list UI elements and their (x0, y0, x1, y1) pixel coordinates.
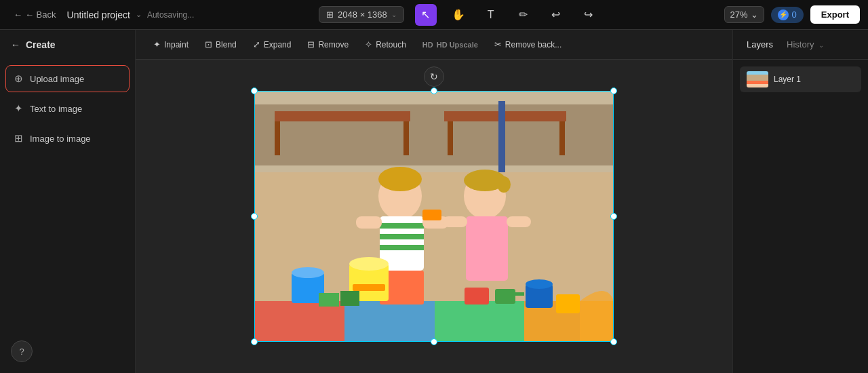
retouch-label: Retouch (376, 40, 406, 50)
sidebar-header: ← Create (0, 30, 135, 60)
history-label: History (787, 39, 814, 50)
remove-background-button[interactable]: ✂ Remove back... (488, 36, 568, 53)
svg-rect-43 (512, 292, 524, 296)
expand-label: Expand (264, 40, 292, 50)
svg-rect-19 (380, 234, 424, 239)
svg-rect-30 (507, 216, 531, 227)
svg-point-32 (292, 267, 324, 278)
handle-bottom-left[interactable] (251, 338, 258, 345)
layer-item[interactable]: Layer 1 (740, 66, 861, 92)
sidebar-item-upload-image[interactable]: ⊕ Upload image (5, 65, 130, 92)
text-tool-button[interactable]: T (480, 4, 502, 26)
expand-icon: ⤢ (253, 39, 260, 50)
zoom-control[interactable]: 27% ⌄ (724, 6, 764, 23)
layer-thumbnail (747, 71, 768, 87)
svg-rect-35 (353, 284, 385, 291)
svg-rect-24 (422, 210, 441, 220)
text-to-image-icon: ✦ (14, 102, 23, 115)
hd-upscale-text: HD Upscale (437, 41, 478, 49)
expand-button[interactable]: ⤢ Expand (246, 36, 298, 53)
credits-badge[interactable]: ⚡ 0 (771, 7, 804, 23)
blend-button[interactable]: ⊡ Blend (198, 36, 243, 53)
hd-upscale-button[interactable]: HD HD Upscale (416, 37, 485, 52)
zoom-chevron-icon: ⌄ (751, 9, 758, 20)
sidebar-back-icon: ← (11, 39, 20, 50)
project-chevron-icon[interactable]: ⌄ (136, 10, 142, 19)
handle-top-right[interactable] (610, 87, 617, 94)
svg-rect-8 (498, 101, 505, 182)
sidebar-footer: ? (0, 330, 135, 373)
inpaint-button[interactable]: ✦ Inpaint (146, 36, 195, 53)
sidebar-title: Create (26, 39, 56, 50)
remove-icon: ⊟ (307, 39, 315, 50)
svg-rect-6 (448, 121, 453, 155)
toolbar-strip: ✦ Inpaint ⊡ Blend ⤢ Expand ⊟ Remove ✧ Re… (136, 30, 732, 60)
svg-rect-18 (380, 223, 424, 229)
topbar: ← ← Back Untitled project ⌄ Autosaving..… (0, 0, 868, 30)
canvas-area: ✦ Inpaint ⊡ Blend ⤢ Expand ⊟ Remove ✧ Re… (136, 30, 732, 373)
svg-rect-11 (344, 301, 435, 342)
tab-layers[interactable]: Layers (741, 35, 778, 54)
pen-tool-button[interactable]: ✏ (513, 4, 534, 26)
topbar-right: 27% ⌄ ⚡ 0 Export (724, 5, 860, 24)
handle-mid-left[interactable] (251, 213, 258, 220)
help-button[interactable]: ? (11, 340, 33, 362)
autosave-status: Autosaving... (147, 10, 194, 20)
back-button[interactable]: ← ← Back (8, 7, 62, 22)
canvas-image (254, 91, 614, 342)
hand-tool-button[interactable]: ✋ (448, 4, 469, 26)
image-to-image-icon: ⊞ (14, 132, 23, 144)
svg-rect-42 (495, 289, 515, 304)
svg-rect-38 (465, 288, 489, 305)
remove-label: Remove (318, 40, 349, 50)
handle-top-mid[interactable] (431, 87, 437, 94)
remove-button[interactable]: ⊟ Remove (300, 36, 355, 53)
svg-point-40 (526, 279, 553, 289)
handle-mid-right[interactable] (610, 213, 617, 220)
handle-bottom-mid[interactable] (431, 338, 437, 345)
export-button[interactable]: Export (810, 5, 860, 24)
project-name[interactable]: Untitled project (67, 9, 130, 20)
hd-upscale-label: HD (422, 41, 433, 49)
sidebar-item-label-upload: Upload image (30, 74, 84, 84)
svg-rect-37 (340, 291, 359, 306)
zoom-level: 27% (730, 9, 748, 20)
svg-point-27 (497, 176, 511, 193)
svg-rect-29 (443, 216, 467, 227)
panel-tabs: Layers History ⌄ (733, 30, 868, 60)
sidebar-item-label-img: Image to image (30, 134, 91, 144)
canvas-viewport[interactable]: ↻ (136, 60, 732, 373)
svg-rect-10 (254, 301, 344, 342)
tab-history[interactable]: History ⌄ (781, 35, 829, 54)
redo-button[interactable]: ↪ (578, 4, 599, 26)
svg-rect-7 (559, 121, 565, 155)
layer-name: Layer 1 (774, 75, 801, 84)
left-sidebar: ← Create ⊕ Upload image ✦ Text to image … (0, 30, 136, 373)
topbar-center: ⊞ 2048 × 1368 ⌄ ↖ ✋ T ✏ ↩ ↪ (199, 4, 718, 26)
sidebar-item-text-to-image[interactable]: ✦ Text to image (5, 95, 130, 122)
handle-top-left[interactable] (251, 87, 258, 94)
handle-bottom-right[interactable] (610, 338, 617, 345)
back-arrow-icon: ← (14, 9, 22, 20)
resize-chevron-icon: ⌄ (391, 11, 397, 18)
inpaint-label: Inpaint (164, 40, 189, 50)
select-tool-button[interactable]: ↖ (415, 4, 437, 26)
undo-button[interactable]: ↩ (545, 4, 567, 26)
svg-rect-12 (435, 301, 524, 342)
blend-label: Blend (216, 40, 237, 50)
upload-image-icon: ⊕ (14, 73, 23, 85)
svg-rect-20 (380, 245, 424, 250)
refresh-icon: ↻ (430, 71, 438, 82)
retouch-button[interactable]: ✧ Retouch (358, 36, 413, 53)
svg-point-34 (349, 257, 389, 271)
canvas-resize-control[interactable]: ⊞ 2048 × 1368 ⌄ (319, 6, 404, 23)
svg-rect-22 (356, 216, 382, 229)
svg-rect-4 (403, 121, 409, 155)
right-panel: Layers History ⌄ Layer 1 (732, 30, 868, 373)
canvas-dimensions: 2048 × 1368 (338, 9, 387, 20)
inpaint-icon: ✦ (153, 39, 161, 50)
canvas-image-container: ↻ (254, 91, 614, 342)
sidebar-item-image-to-image[interactable]: ⊞ Image to image (5, 125, 130, 152)
canvas-refresh-button[interactable]: ↻ (424, 66, 444, 87)
credits-count: 0 (792, 9, 797, 20)
